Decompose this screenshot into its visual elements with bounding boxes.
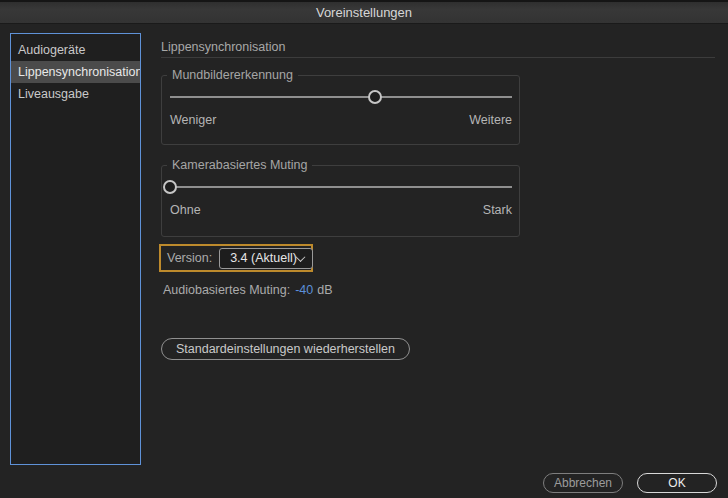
sidebar-item-liveausgabe[interactable]: Liveausgabe <box>11 83 140 105</box>
audio-based-muting-row: Audiobasiertes Muting:-40dB <box>163 283 333 297</box>
slider-knob[interactable] <box>368 90 382 104</box>
camera-based-muting-group: Kamerabasiertes Muting Ohne Stark <box>161 158 520 237</box>
page-title: Lippensynchronisation <box>161 40 285 54</box>
sidebar-item-lippensynchronisation[interactable]: Lippensynchronisation <box>11 61 140 83</box>
header-divider <box>161 57 715 58</box>
preferences-dialog: Voreinstellungen Audiogeräte Lippensynch… <box>0 0 728 498</box>
restore-defaults-button[interactable]: Standardeinstellungen wiederherstellen <box>161 338 410 360</box>
slider-track[interactable] <box>170 186 512 188</box>
version-dropdown-value: 3.4 (Aktuell) <box>230 251 297 265</box>
slider-knob[interactable] <box>163 180 177 194</box>
version-dropdown[interactable]: 3.4 (Aktuell) <box>219 248 313 269</box>
version-label: Version: <box>167 251 212 265</box>
audio-based-muting-label: Audiobasiertes Muting: <box>163 283 290 297</box>
slider-max-label: Weitere <box>469 113 512 127</box>
mouth-shape-detection-legend: Mundbildererkennung <box>167 68 298 82</box>
dialog-title: Voreinstellungen <box>0 2 728 23</box>
slider-track[interactable] <box>170 96 512 98</box>
mouth-shape-detection-slider[interactable] <box>170 88 512 106</box>
camera-based-muting-slider[interactable] <box>170 178 512 196</box>
chevron-down-icon <box>295 252 305 262</box>
title-bar[interactable]: Voreinstellungen <box>0 0 728 24</box>
audio-based-muting-unit: dB <box>317 283 332 297</box>
slider-labels: Weniger Weitere <box>170 113 512 127</box>
preferences-category-list: Audiogeräte Lippensynchronisation Liveau… <box>10 33 141 465</box>
version-row-highlight: Version: 3.4 (Aktuell) <box>159 244 313 272</box>
slider-min-label: Ohne <box>170 203 201 217</box>
slider-min-label: Weniger <box>170 113 216 127</box>
ok-button[interactable]: OK <box>637 473 717 493</box>
audio-based-muting-value[interactable]: -40 <box>295 283 313 297</box>
cancel-button[interactable]: Abbrechen <box>543 473 623 493</box>
camera-based-muting-legend: Kamerabasiertes Muting <box>167 158 312 172</box>
sidebar-item-audiogeraete[interactable]: Audiogeräte <box>11 39 140 61</box>
slider-labels: Ohne Stark <box>170 203 512 217</box>
slider-max-label: Stark <box>483 203 512 217</box>
mouth-shape-detection-group: Mundbildererkennung Weniger Weitere <box>161 68 520 145</box>
